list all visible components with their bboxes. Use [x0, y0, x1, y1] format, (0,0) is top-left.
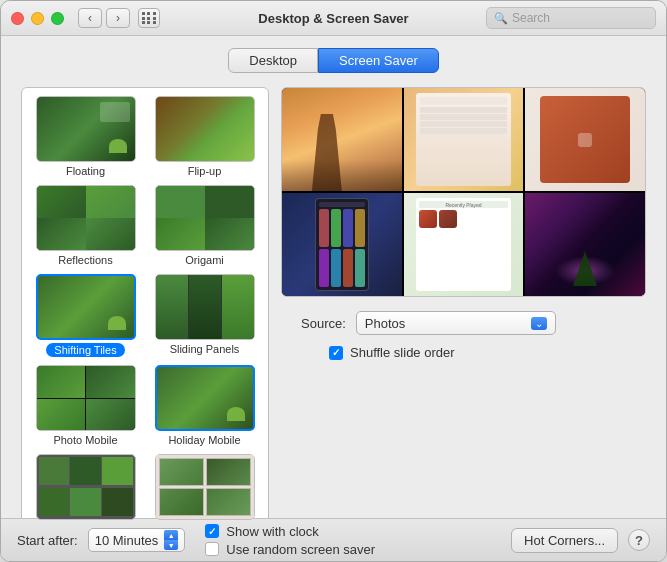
grid-view-button[interactable]	[138, 8, 160, 28]
traffic-lights	[11, 12, 64, 25]
ss-thumb-origami	[155, 185, 255, 251]
random-checkbox[interactable]	[205, 542, 219, 556]
show-clock-row: ✓ Show with clock	[205, 524, 375, 539]
source-label: Source:	[301, 316, 346, 331]
bottom-bar: Start after: 10 Minutes ▲ ▼ ✓ Show with …	[1, 518, 666, 561]
checkmark-icon: ✓	[208, 526, 216, 537]
ss-thumb-floating	[36, 96, 136, 162]
preview-area: Recently Played	[281, 87, 646, 297]
mosaic-cell-2	[404, 88, 524, 191]
list-item[interactable]: Sliding Panels	[149, 274, 260, 357]
main-window: ‹ › Desktop & Screen Saver 🔍 Search Desk…	[0, 0, 667, 562]
hot-corners-button[interactable]: Hot Corners...	[511, 528, 618, 553]
minimize-button[interactable]	[31, 12, 44, 25]
stepper-down-button[interactable]: ▼	[164, 540, 178, 550]
titlebar: ‹ › Desktop & Screen Saver 🔍 Search	[1, 1, 666, 36]
controls-section: Source: Photos ⌄ ✓ Shuffle slide order	[281, 311, 646, 360]
shuffle-row: ✓ Shuffle slide order	[329, 345, 646, 360]
shuffle-label: Shuffle slide order	[350, 345, 455, 360]
list-item[interactable]: Photo Mobile	[30, 365, 141, 446]
ss-thumb-shifting	[36, 274, 136, 340]
screensaver-grid: Floating Flip-up	[30, 96, 260, 535]
ss-thumb-sliding	[155, 274, 255, 340]
source-select[interactable]: Photos ⌄	[356, 311, 556, 335]
duration-value: 10 Minutes	[95, 533, 159, 548]
ss-thumb-photomobile	[36, 365, 136, 431]
ss-thumb-photowall	[36, 454, 136, 520]
content-area: Floating Flip-up	[21, 87, 646, 544]
ss-thumb-holidaymobile	[155, 365, 255, 431]
list-item[interactable]: Holiday Mobile	[149, 365, 260, 446]
ss-thumb-vintageprints	[155, 454, 255, 520]
ss-thumb-flipup	[155, 96, 255, 162]
window-title: Desktop & Screen Saver	[258, 11, 408, 26]
search-icon: 🔍	[494, 12, 508, 25]
ss-label-floating: Floating	[66, 165, 105, 177]
chevron-down-icon: ⌄	[531, 317, 547, 330]
checkmark-icon: ✓	[332, 347, 340, 358]
tab-desktop[interactable]: Desktop	[228, 48, 318, 73]
ss-label-holidaymobile: Holiday Mobile	[168, 434, 240, 446]
stepper-up-button[interactable]: ▲	[164, 530, 178, 540]
mosaic-cell-6	[525, 193, 645, 296]
grid-dots-icon	[142, 12, 157, 24]
ss-thumb-reflections	[36, 185, 136, 251]
list-item[interactable]: Shifting Tiles	[30, 274, 141, 357]
random-label: Use random screen saver	[226, 542, 375, 557]
ss-label-photomobile: Photo Mobile	[53, 434, 117, 446]
ss-label-origami: Origami	[185, 254, 224, 266]
ss-label-shifting: Shifting Tiles	[46, 343, 124, 357]
show-clock-label: Show with clock	[226, 524, 318, 539]
show-clock-checkbox[interactable]: ✓	[205, 524, 219, 538]
mosaic-cell-4	[282, 193, 402, 296]
mosaic-cell-1	[282, 88, 402, 191]
list-item[interactable]: Flip-up	[149, 96, 260, 177]
forward-button[interactable]: ›	[106, 8, 130, 28]
back-button[interactable]: ‹	[78, 8, 102, 28]
list-item[interactable]: Reflections	[30, 185, 141, 266]
list-item[interactable]: Origami	[149, 185, 260, 266]
ss-label-flipup: Flip-up	[188, 165, 222, 177]
duration-stepper[interactable]: ▲ ▼	[164, 530, 178, 550]
list-item[interactable]: Floating	[30, 96, 141, 177]
search-box[interactable]: 🔍 Search	[486, 7, 656, 29]
start-after-label: Start after:	[17, 533, 78, 548]
main-content: Desktop Screen Saver Floating	[1, 36, 666, 518]
tab-bar: Desktop Screen Saver	[21, 48, 646, 73]
shuffle-checkbox[interactable]: ✓	[329, 346, 343, 360]
bottom-checkboxes: ✓ Show with clock Use random screen save…	[205, 524, 375, 557]
preview-mosaic: Recently Played	[282, 88, 645, 296]
ss-label-sliding: Sliding Panels	[170, 343, 240, 355]
search-placeholder: Search	[512, 11, 550, 25]
random-row: Use random screen saver	[205, 542, 375, 557]
screensaver-list[interactable]: Floating Flip-up	[21, 87, 269, 544]
nav-buttons: ‹ ›	[78, 8, 130, 28]
mosaic-cell-3	[525, 88, 645, 191]
right-panel: Recently Played	[281, 87, 646, 544]
mosaic-cell-5: Recently Played	[404, 193, 524, 296]
source-row: Source: Photos ⌄	[301, 311, 646, 335]
help-button[interactable]: ?	[628, 529, 650, 551]
tab-screensaver[interactable]: Screen Saver	[318, 48, 439, 73]
close-button[interactable]	[11, 12, 24, 25]
ss-label-reflections: Reflections	[58, 254, 112, 266]
source-select-value: Photos	[365, 316, 527, 331]
maximize-button[interactable]	[51, 12, 64, 25]
duration-select[interactable]: 10 Minutes ▲ ▼	[88, 528, 186, 552]
